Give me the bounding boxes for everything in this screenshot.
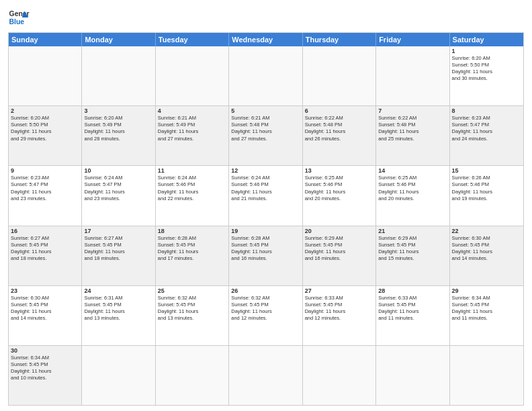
empty-cell-5-1 xyxy=(82,346,155,405)
day-info: Sunrise: 6:25 AM Sunset: 5:46 PM Dayligh… xyxy=(378,175,447,202)
day-info: Sunrise: 6:20 AM Sunset: 5:49 PM Dayligh… xyxy=(84,115,152,142)
svg-text:Blue: Blue xyxy=(9,18,25,26)
day-number: 15 xyxy=(452,167,521,174)
day-info: Sunrise: 6:23 AM Sunset: 5:47 PM Dayligh… xyxy=(452,115,521,142)
empty-cell-5-4 xyxy=(303,346,376,405)
day-info: Sunrise: 6:20 AM Sunset: 5:50 PM Dayligh… xyxy=(11,115,79,142)
day-info: Sunrise: 6:30 AM Sunset: 5:45 PM Dayligh… xyxy=(452,235,521,263)
day-number: 28 xyxy=(378,287,447,294)
day-number: 8 xyxy=(452,107,521,114)
day-number: 10 xyxy=(84,167,152,174)
day-info: Sunrise: 6:22 AM Sunset: 5:48 PM Dayligh… xyxy=(305,115,373,142)
header-cell-thursday: Thursday xyxy=(303,33,376,46)
day-cell-5: 5Sunrise: 6:21 AM Sunset: 5:48 PM Daylig… xyxy=(229,106,302,165)
calendar-row-1: 2Sunrise: 6:20 AM Sunset: 5:50 PM Daylig… xyxy=(9,106,523,166)
header-cell-sunday: Sunday xyxy=(9,33,82,46)
day-info: Sunrise: 6:21 AM Sunset: 5:49 PM Dayligh… xyxy=(158,115,226,142)
day-info: Sunrise: 6:22 AM Sunset: 5:48 PM Dayligh… xyxy=(378,115,447,142)
day-info: Sunrise: 6:31 AM Sunset: 5:45 PM Dayligh… xyxy=(84,295,152,322)
day-info: Sunrise: 6:20 AM Sunset: 5:50 PM Dayligh… xyxy=(452,55,521,83)
empty-cell-5-6 xyxy=(450,346,523,405)
empty-cell-0-1 xyxy=(82,46,155,105)
header-cell-saturday: Saturday xyxy=(450,33,523,46)
day-number: 14 xyxy=(378,167,447,174)
calendar-row-5: 30Sunrise: 6:34 AM Sunset: 5:45 PM Dayli… xyxy=(9,346,523,405)
day-number: 27 xyxy=(305,287,373,294)
day-cell-3: 3Sunrise: 6:20 AM Sunset: 5:49 PM Daylig… xyxy=(82,106,155,165)
day-cell-14: 14Sunrise: 6:25 AM Sunset: 5:46 PM Dayli… xyxy=(376,166,449,225)
day-cell-8: 8Sunrise: 6:23 AM Sunset: 5:47 PM Daylig… xyxy=(450,106,523,165)
day-number: 18 xyxy=(158,228,226,234)
day-number: 4 xyxy=(158,107,226,114)
day-number: 24 xyxy=(84,287,152,294)
day-cell-30: 30Sunrise: 6:34 AM Sunset: 5:45 PM Dayli… xyxy=(9,346,82,405)
day-cell-6: 6Sunrise: 6:22 AM Sunset: 5:48 PM Daylig… xyxy=(303,106,376,165)
calendar: SundayMondayTuesdayWednesdayThursdayFrid… xyxy=(8,32,524,406)
empty-cell-0-2 xyxy=(156,46,229,105)
day-info: Sunrise: 6:33 AM Sunset: 5:45 PM Dayligh… xyxy=(305,295,373,322)
day-info: Sunrise: 6:34 AM Sunset: 5:45 PM Dayligh… xyxy=(11,355,79,382)
day-number: 21 xyxy=(378,228,447,234)
day-cell-22: 22Sunrise: 6:30 AM Sunset: 5:45 PM Dayli… xyxy=(450,226,523,285)
day-cell-21: 21Sunrise: 6:29 AM Sunset: 5:45 PM Dayli… xyxy=(376,226,449,285)
day-cell-16: 16Sunrise: 6:27 AM Sunset: 5:45 PM Dayli… xyxy=(9,226,82,285)
day-cell-1: 1Sunrise: 6:20 AM Sunset: 5:50 PM Daylig… xyxy=(450,46,523,105)
day-number: 20 xyxy=(305,228,373,234)
day-number: 26 xyxy=(231,287,300,294)
day-info: Sunrise: 6:33 AM Sunset: 5:45 PM Dayligh… xyxy=(378,295,447,322)
day-cell-17: 17Sunrise: 6:27 AM Sunset: 5:45 PM Dayli… xyxy=(82,226,155,285)
day-number: 30 xyxy=(11,347,79,354)
day-info: Sunrise: 6:28 AM Sunset: 5:45 PM Dayligh… xyxy=(231,235,300,263)
day-cell-4: 4Sunrise: 6:21 AM Sunset: 5:49 PM Daylig… xyxy=(156,106,229,165)
day-info: Sunrise: 6:28 AM Sunset: 5:45 PM Dayligh… xyxy=(158,235,226,263)
header-cell-tuesday: Tuesday xyxy=(156,33,229,46)
day-number: 22 xyxy=(452,228,521,234)
day-cell-13: 13Sunrise: 6:25 AM Sunset: 5:46 PM Dayli… xyxy=(303,166,376,225)
day-number: 2 xyxy=(11,107,79,114)
day-info: Sunrise: 6:27 AM Sunset: 5:45 PM Dayligh… xyxy=(11,235,79,263)
day-cell-2: 2Sunrise: 6:20 AM Sunset: 5:50 PM Daylig… xyxy=(9,106,82,165)
day-cell-28: 28Sunrise: 6:33 AM Sunset: 5:45 PM Dayli… xyxy=(376,286,449,345)
day-info: Sunrise: 6:21 AM Sunset: 5:48 PM Dayligh… xyxy=(231,115,300,142)
day-number: 29 xyxy=(452,287,521,294)
day-number: 16 xyxy=(11,228,79,234)
day-info: Sunrise: 6:25 AM Sunset: 5:46 PM Dayligh… xyxy=(305,175,373,202)
day-number: 19 xyxy=(231,228,300,234)
day-info: Sunrise: 6:26 AM Sunset: 5:46 PM Dayligh… xyxy=(452,175,521,202)
empty-cell-0-3 xyxy=(229,46,302,105)
empty-cell-5-3 xyxy=(229,346,302,405)
calendar-row-4: 23Sunrise: 6:30 AM Sunset: 5:45 PM Dayli… xyxy=(9,286,523,346)
calendar-row-0: 1Sunrise: 6:20 AM Sunset: 5:50 PM Daylig… xyxy=(9,46,523,106)
header-cell-wednesday: Wednesday xyxy=(229,33,302,46)
page-header: General Blue xyxy=(8,7,524,28)
empty-cell-5-5 xyxy=(376,346,449,405)
day-cell-29: 29Sunrise: 6:34 AM Sunset: 5:45 PM Dayli… xyxy=(450,286,523,345)
day-cell-20: 20Sunrise: 6:29 AM Sunset: 5:45 PM Dayli… xyxy=(303,226,376,285)
day-info: Sunrise: 6:24 AM Sunset: 5:47 PM Dayligh… xyxy=(84,175,152,202)
day-info: Sunrise: 6:34 AM Sunset: 5:45 PM Dayligh… xyxy=(452,295,521,322)
empty-cell-0-0 xyxy=(9,46,82,105)
day-number: 12 xyxy=(231,167,300,174)
header-cell-monday: Monday xyxy=(82,33,155,46)
day-info: Sunrise: 6:23 AM Sunset: 5:47 PM Dayligh… xyxy=(11,175,79,202)
empty-cell-0-4 xyxy=(303,46,376,105)
day-cell-11: 11Sunrise: 6:24 AM Sunset: 5:46 PM Dayli… xyxy=(156,166,229,225)
day-cell-23: 23Sunrise: 6:30 AM Sunset: 5:45 PM Dayli… xyxy=(9,286,82,345)
empty-cell-0-5 xyxy=(376,46,449,105)
day-cell-7: 7Sunrise: 6:22 AM Sunset: 5:48 PM Daylig… xyxy=(376,106,449,165)
day-number: 6 xyxy=(305,107,373,114)
day-cell-26: 26Sunrise: 6:32 AM Sunset: 5:45 PM Dayli… xyxy=(229,286,302,345)
logo-icon: General Blue xyxy=(8,7,30,28)
day-cell-18: 18Sunrise: 6:28 AM Sunset: 5:45 PM Dayli… xyxy=(156,226,229,285)
empty-cell-5-2 xyxy=(156,346,229,405)
day-number: 9 xyxy=(11,167,79,174)
day-number: 5 xyxy=(231,107,300,114)
day-info: Sunrise: 6:32 AM Sunset: 5:45 PM Dayligh… xyxy=(231,295,300,322)
day-cell-15: 15Sunrise: 6:26 AM Sunset: 5:46 PM Dayli… xyxy=(450,166,523,225)
day-info: Sunrise: 6:24 AM Sunset: 5:46 PM Dayligh… xyxy=(158,175,226,202)
day-info: Sunrise: 6:32 AM Sunset: 5:45 PM Dayligh… xyxy=(158,295,226,322)
calendar-body: 1Sunrise: 6:20 AM Sunset: 5:50 PM Daylig… xyxy=(9,46,523,405)
day-info: Sunrise: 6:29 AM Sunset: 5:45 PM Dayligh… xyxy=(305,235,373,263)
day-info: Sunrise: 6:27 AM Sunset: 5:45 PM Dayligh… xyxy=(84,235,152,263)
logo: General Blue xyxy=(8,7,30,28)
